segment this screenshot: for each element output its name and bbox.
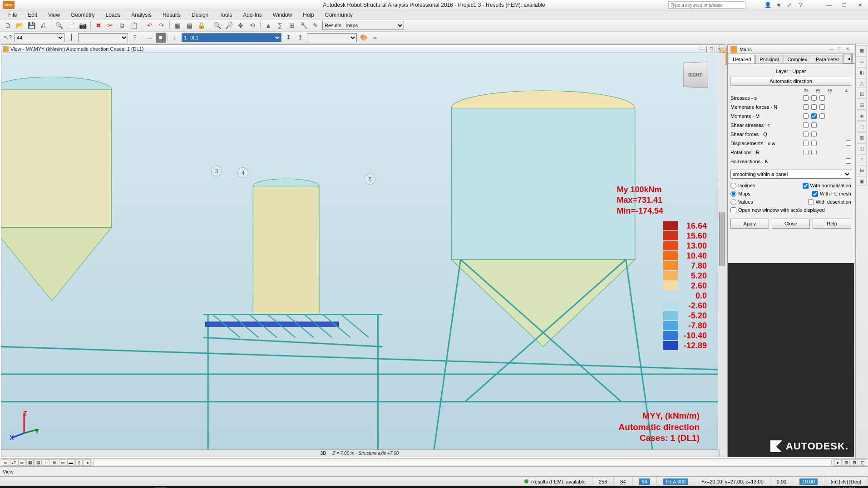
view-fill-icon[interactable]: ■ <box>156 33 166 43</box>
rt-9[interactable]: ▥ <box>857 132 867 142</box>
bt-8[interactable]: ▭ <box>59 459 66 466</box>
color-icon[interactable]: 🎨 <box>359 33 369 43</box>
bt-3[interactable]: ☳ <box>18 459 25 466</box>
rt-1[interactable]: ▦ <box>857 45 867 55</box>
menu-geometry[interactable]: Geometry <box>66 11 99 19</box>
window-minimize[interactable]: — <box>824 2 834 8</box>
chk-scale-window[interactable]: Open new window with scale displayed <box>730 207 825 213</box>
chk-femesh[interactable]: With FE mesh <box>812 191 851 197</box>
view-min[interactable]: — <box>700 46 707 52</box>
bt-9[interactable]: ▬ <box>67 459 74 466</box>
notes-icon[interactable]: ▤ <box>184 20 194 30</box>
tool-icon[interactable]: ✎ <box>311 20 321 30</box>
bt-r2[interactable]: ⊞ <box>843 459 850 466</box>
close-button[interactable]: Close <box>772 219 810 229</box>
rt-2[interactable]: ▭ <box>857 56 867 66</box>
bt-5[interactable]: ▤ <box>35 459 42 466</box>
calc-icon[interactable]: ∑ <box>275 20 285 30</box>
menu-design[interactable]: Design <box>187 11 213 19</box>
view-hscroll[interactable]: 3D Z = 7.00 m - Structure axis +7.00 <box>1 449 718 457</box>
layout-select[interactable]: Results - maps <box>322 21 404 30</box>
bt-7[interactable]: ⊜ <box>51 459 58 466</box>
rt-5[interactable]: ⊞ <box>857 89 867 99</box>
delete-icon[interactable]: ✖ <box>94 20 104 30</box>
camera-icon[interactable]: 📷 <box>78 20 88 30</box>
new-icon[interactable]: 🗋 <box>3 20 13 30</box>
opt-check[interactable] <box>803 150 809 155</box>
page-setup-icon[interactable]: 📄 <box>66 20 76 30</box>
tab-principal[interactable]: Principal <box>755 55 783 63</box>
opt-check[interactable] <box>811 132 817 137</box>
rt-6[interactable]: ▤ <box>857 100 867 110</box>
lock-icon[interactable]: 🔒 <box>196 20 206 30</box>
zoom-window-icon[interactable]: 🔎 <box>224 20 234 30</box>
bt-r1[interactable]: ▸ <box>834 459 842 466</box>
case-icon[interactable]: ↓ <box>170 33 180 43</box>
step-up-icon[interactable]: ↥ <box>295 33 305 43</box>
viewcube[interactable]: RIGHT <box>683 62 708 88</box>
opt-check-z[interactable] <box>846 140 851 146</box>
chk-description[interactable]: With description <box>808 199 851 205</box>
bt-6[interactable]: ↔ <box>43 459 50 466</box>
opt-check[interactable] <box>803 132 809 137</box>
bt-11[interactable]: ◂ <box>84 459 91 466</box>
rt-13[interactable]: ▣ <box>857 176 867 186</box>
maps-min[interactable]: — <box>828 46 835 53</box>
rt-4[interactable]: △ <box>857 78 867 88</box>
wrench-icon[interactable]: 🔧 <box>299 20 309 30</box>
bottom-hscroll[interactable] <box>94 460 832 465</box>
pan-icon[interactable]: ✥ <box>236 20 246 30</box>
direction-button[interactable]: Automatic direction <box>730 77 851 86</box>
open-icon[interactable]: 📂 <box>15 20 25 30</box>
menu-results[interactable]: Results <box>158 11 185 19</box>
rt-3[interactable]: ◧ <box>857 67 867 77</box>
zoom-extents-icon[interactable]: 🔍 <box>212 20 222 30</box>
bt-2[interactable]: v? <box>10 459 17 466</box>
menu-file[interactable]: File <box>4 11 21 19</box>
rt-8[interactable]: ⬚ <box>857 122 867 132</box>
tab-parameter[interactable]: Parameter <box>812 55 843 63</box>
load-case-select[interactable]: 1: DL1 <box>182 33 281 42</box>
opt-check[interactable] <box>811 113 817 119</box>
viewport[interactable]: RIGHT 3 4 5 My 100kNm Max=731.41 Min=-17… <box>1 53 718 449</box>
menu-analysis[interactable]: Analysis <box>127 11 156 19</box>
opt-check-z[interactable] <box>846 158 851 164</box>
tab-left[interactable]: ◂ <box>843 54 852 63</box>
opt-check[interactable] <box>819 95 825 101</box>
rt-10[interactable]: ◫ <box>857 143 867 153</box>
mode-select[interactable] <box>307 33 357 42</box>
radio-maps[interactable]: Maps <box>730 191 750 197</box>
chk-normalization[interactable]: With normalization <box>803 183 851 189</box>
opt-check[interactable] <box>811 122 817 128</box>
opt-check[interactable] <box>803 141 809 146</box>
preview-icon[interactable]: 🔍 <box>54 20 64 30</box>
help-search-input[interactable] <box>668 1 745 9</box>
member-icon[interactable]: ⎮ <box>66 33 76 43</box>
exchange-icon[interactable]: ⤢ <box>786 2 793 8</box>
menu-window[interactable]: Window <box>268 11 297 19</box>
rotate-icon[interactable]: ⟲ <box>247 20 257 30</box>
bt-r3[interactable]: ⊟ <box>851 459 858 466</box>
signin-icon[interactable]: 👤 <box>764 2 771 8</box>
rt-7[interactable]: ◈ <box>857 111 867 121</box>
smoothing-select[interactable]: smoothing within a panel <box>730 170 851 179</box>
section-icon[interactable]: ⊞ <box>287 20 297 30</box>
menu-community[interactable]: Community <box>321 11 357 19</box>
menu-help[interactable]: Help <box>298 11 319 19</box>
help-icon[interactable]: ? <box>797 2 804 8</box>
bt-r4[interactable]: ◫ <box>859 459 866 466</box>
opt-check[interactable] <box>803 104 809 110</box>
opt-check[interactable] <box>811 95 817 101</box>
print-icon[interactable]: 🖨 <box>38 20 48 30</box>
tab-detailed[interactable]: Detailed <box>729 55 755 63</box>
edit-push-icon[interactable]: ▲ <box>263 20 273 30</box>
pointer-icon[interactable]: ↖? <box>3 33 13 43</box>
window-close[interactable]: ✕ <box>854 2 865 8</box>
node-select[interactable]: 44 <box>15 33 64 42</box>
tab-complex[interactable]: Complex <box>784 55 811 63</box>
view-vscroll[interactable] <box>718 53 725 449</box>
opt-check[interactable] <box>811 150 817 155</box>
opt-check[interactable] <box>819 113 825 119</box>
opt-check[interactable] <box>811 141 817 146</box>
view-front-icon[interactable]: ▭ <box>144 33 154 43</box>
